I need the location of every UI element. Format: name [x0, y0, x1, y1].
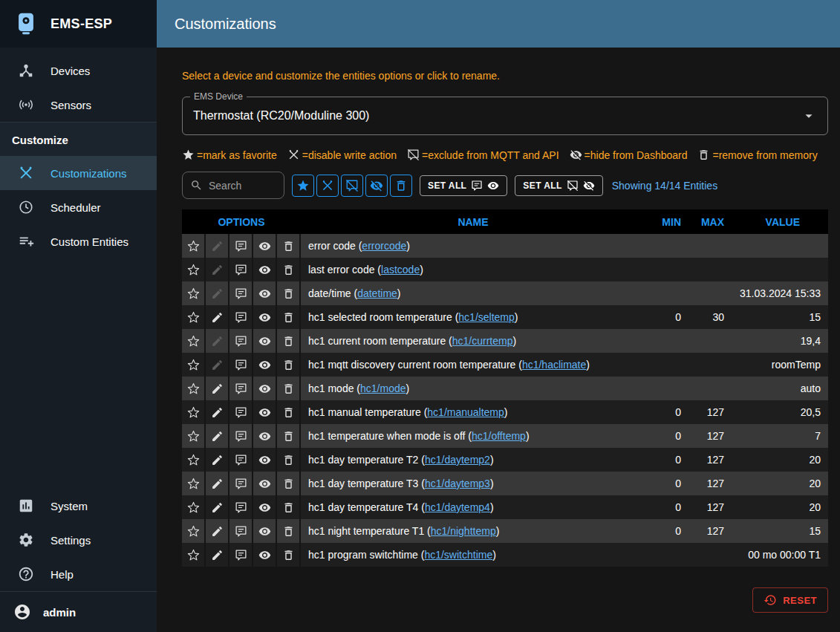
entity-name[interactable]: hc1 day temperature T2 (hc1/daytemp2): [301, 448, 645, 472]
visibility-eye-icon-button[interactable]: [253, 305, 277, 329]
entity-name[interactable]: hc1 selected room temperature (hc1/selte…: [301, 305, 645, 329]
entity-row[interactable]: hc1 mqtt discovery current room temperat…: [182, 353, 828, 377]
delete-trash-icon-button[interactable]: [277, 424, 301, 448]
visibility-eye-icon-button[interactable]: [253, 377, 277, 400]
search-field[interactable]: [182, 172, 284, 199]
entity-shortname-link[interactable]: hc1/haclimate: [522, 359, 586, 371]
entity-shortname-link[interactable]: hc1/daytemp3: [425, 478, 490, 489]
entity-row[interactable]: hc1 temperature when mode is off (hc1/of…: [182, 424, 828, 448]
favorite-star-icon-button[interactable]: [182, 495, 206, 519]
visibility-eye-icon-button[interactable]: [253, 400, 277, 424]
mqtt-exclude-icon-button[interactable]: [229, 519, 253, 543]
edit-pencil-icon-button[interactable]: [206, 377, 229, 400]
visibility-eye-icon-button[interactable]: [253, 472, 277, 495]
edit-pencil-icon-button[interactable]: [206, 543, 229, 567]
filter-hide-dashboard-button[interactable]: [365, 175, 388, 197]
entity-name[interactable]: error code (errorcode): [301, 234, 645, 258]
reset-button[interactable]: RESET: [752, 587, 828, 613]
visibility-eye-icon-button[interactable]: [253, 519, 277, 543]
entity-shortname-link[interactable]: hc1/daytemp2: [425, 454, 490, 466]
set-all-hidden-button[interactable]: SET ALL: [515, 175, 602, 196]
filter-remove-memory-button[interactable]: [390, 175, 412, 197]
delete-trash-icon-button[interactable]: [277, 495, 301, 519]
entity-row[interactable]: hc1 day temperature T3 (hc1/daytemp3) 0 …: [182, 472, 828, 495]
mqtt-exclude-icon-button[interactable]: [229, 472, 253, 495]
mqtt-exclude-icon-button[interactable]: [229, 400, 253, 424]
delete-trash-icon-button[interactable]: [277, 472, 301, 495]
visibility-eye-icon-button[interactable]: [253, 495, 277, 519]
entity-row[interactable]: last error code (lastcode): [182, 258, 828, 281]
sidebar-item-customizations[interactable]: Customizations: [0, 156, 157, 190]
filter-mqtt-exclude-button[interactable]: [341, 175, 363, 197]
mqtt-exclude-icon-button[interactable]: [229, 234, 253, 258]
entity-name[interactable]: hc1 current room temperature (hc1/currte…: [301, 329, 645, 353]
edit-pencil-icon-button[interactable]: [206, 495, 229, 519]
delete-trash-icon-button[interactable]: [277, 377, 301, 400]
entity-name[interactable]: hc1 mode (hc1/mode): [301, 377, 645, 400]
delete-trash-icon-button[interactable]: [277, 400, 301, 424]
delete-trash-icon-button[interactable]: [277, 448, 301, 472]
delete-trash-icon-button[interactable]: [277, 281, 301, 305]
mqtt-exclude-icon-button[interactable]: [229, 329, 253, 353]
edit-pencil-icon-button[interactable]: [206, 519, 229, 543]
entity-name[interactable]: hc1 program switchtime (hc1/switchtime): [301, 543, 645, 567]
visibility-eye-icon-button[interactable]: [253, 329, 277, 353]
delete-trash-icon-button[interactable]: [277, 258, 301, 281]
favorite-star-icon-button[interactable]: [182, 281, 206, 305]
favorite-star-icon-button[interactable]: [182, 377, 206, 400]
entity-row[interactable]: hc1 day temperature T2 (hc1/daytemp2) 0 …: [182, 448, 828, 472]
filter-favorite-button[interactable]: [292, 175, 314, 197]
sidebar-item-help[interactable]: Help: [0, 557, 157, 591]
entity-shortname-link[interactable]: hc1/seltemp: [458, 311, 514, 323]
sidebar-item-sensors[interactable]: Sensors: [0, 88, 157, 122]
entity-name[interactable]: hc1 manual temperature (hc1/manualtemp): [301, 400, 645, 424]
entity-name[interactable]: hc1 day temperature T3 (hc1/daytemp3): [301, 472, 645, 495]
entity-shortname-link[interactable]: hc1/currtemp: [452, 335, 513, 347]
entity-name[interactable]: last error code (lastcode): [301, 258, 645, 281]
mqtt-exclude-icon-button[interactable]: [229, 377, 253, 400]
edit-pencil-icon-button[interactable]: [206, 448, 229, 472]
entity-row[interactable]: error code (errorcode): [182, 234, 828, 258]
favorite-star-icon-button[interactable]: [182, 258, 206, 281]
mqtt-exclude-icon-button[interactable]: [229, 495, 253, 519]
visibility-eye-icon-button[interactable]: [253, 448, 277, 472]
entity-shortname-link[interactable]: datetime: [357, 287, 397, 299]
visibility-eye-icon-button[interactable]: [253, 543, 277, 567]
favorite-star-icon-button[interactable]: [182, 305, 206, 329]
entity-shortname-link[interactable]: hc1/offtemp: [472, 430, 526, 442]
sidebar-item-scheduler[interactable]: Scheduler: [0, 190, 157, 224]
edit-pencil-icon-button[interactable]: [206, 329, 229, 353]
entity-shortname-link[interactable]: hc1/nighttemp: [431, 525, 496, 537]
entity-shortname-link[interactable]: hc1/mode: [360, 382, 406, 394]
mqtt-exclude-icon-button[interactable]: [229, 353, 253, 377]
favorite-star-icon-button[interactable]: [182, 400, 206, 424]
visibility-eye-icon-button[interactable]: [253, 424, 277, 448]
favorite-star-icon-button[interactable]: [182, 353, 206, 377]
sidebar-item-custom-entities[interactable]: Custom Entities: [0, 224, 157, 258]
visibility-eye-icon-button[interactable]: [253, 281, 277, 305]
favorite-star-icon-button[interactable]: [182, 543, 206, 567]
favorite-star-icon-button[interactable]: [182, 424, 206, 448]
delete-trash-icon-button[interactable]: [277, 353, 301, 377]
entity-name[interactable]: hc1 day temperature T4 (hc1/daytemp4): [301, 495, 645, 519]
edit-pencil-icon-button[interactable]: [206, 400, 229, 424]
favorite-star-icon-button[interactable]: [182, 519, 206, 543]
filter-disable-write-button[interactable]: [316, 175, 339, 197]
delete-trash-icon-button[interactable]: [277, 543, 301, 567]
favorite-star-icon-button[interactable]: [182, 234, 206, 258]
delete-trash-icon-button[interactable]: [277, 305, 301, 329]
entity-shortname-link[interactable]: hc1/switchtime: [424, 549, 492, 561]
entity-shortname-link[interactable]: hc1/daytemp4: [425, 501, 490, 513]
edit-pencil-icon-button[interactable]: [206, 472, 229, 495]
sidebar-item-system[interactable]: System: [0, 489, 157, 523]
mqtt-exclude-icon-button[interactable]: [229, 424, 253, 448]
delete-trash-icon-button[interactable]: [277, 329, 301, 353]
entity-row[interactable]: hc1 mode (hc1/mode) auto: [182, 377, 828, 400]
entity-row[interactable]: hc1 manual temperature (hc1/manualtemp) …: [182, 400, 828, 424]
entity-name[interactable]: date/time (datetime): [301, 281, 645, 305]
favorite-star-icon-button[interactable]: [182, 329, 206, 353]
mqtt-exclude-icon-button[interactable]: [229, 305, 253, 329]
sidebar-item-devices[interactable]: Devices: [0, 53, 157, 88]
visibility-eye-icon-button[interactable]: [253, 258, 277, 281]
mqtt-exclude-icon-button[interactable]: [229, 258, 253, 281]
